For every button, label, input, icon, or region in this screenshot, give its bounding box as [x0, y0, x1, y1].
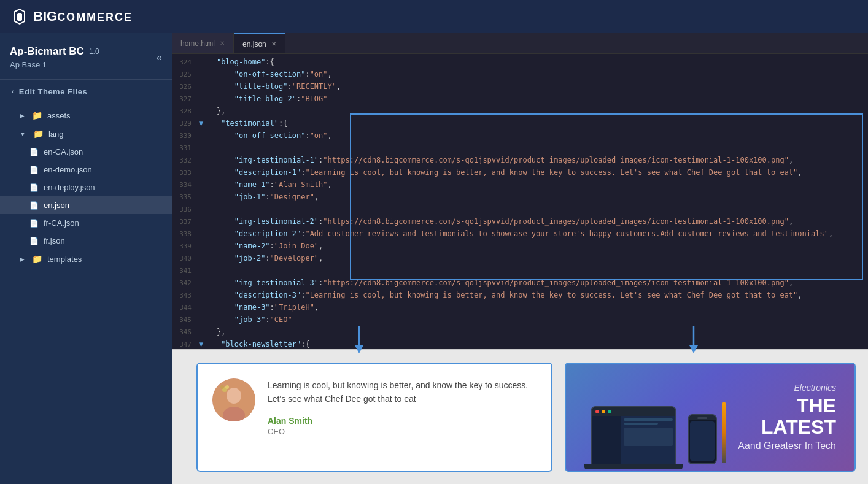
app-subtitle: Ap Base 1 — [10, 60, 99, 69]
code-line-333: 333 "description-1":"Learning is cool, b… — [172, 167, 868, 179]
section-label: Edit Theme Files — [19, 87, 87, 96]
device-illustration — [584, 365, 726, 469]
testimonial-card: Learning is cool, but knowing is better,… — [196, 363, 552, 472]
code-line-335: 335 "job-1":"Designer", — [172, 191, 868, 204]
en-json-label: en.json — [44, 201, 69, 210]
code-editor[interactable]: 324 "blog-home":{ 325 "on-off-section":"… — [172, 54, 868, 349]
banner-preview: Electronics THE LATEST Aand Greatesr In … — [565, 363, 856, 472]
app-title: Ap-Bicmart BC 1.0 — [10, 45, 99, 58]
main-layout: Ap-Bicmart BC 1.0 Ap Base 1 « ‹ Edit The… — [0, 33, 868, 484]
editor-column: home.html ✕ en.json ✕ 324 — [172, 33, 868, 484]
file-icon: 📄 — [29, 148, 39, 156]
sidebar-item-en-deploy[interactable]: 📄 en-deploy.json — [0, 179, 172, 196]
sidebar-header: Ap-Bicmart BC 1.0 Ap Base 1 « — [0, 33, 172, 80]
en-demo-label: en-demo.json — [44, 165, 92, 174]
code-line-334: 334 "name-1":"Alan Smith", — [172, 179, 868, 191]
tab-home-html[interactable]: home.html ✕ — [172, 33, 234, 53]
folder-icon: 📁 — [32, 254, 42, 264]
logo: BIGCOMMERCE — [10, 7, 133, 26]
code-line-328: 328 }, — [172, 106, 868, 118]
code-line-340: 340 "job-2":"Developer", — [172, 253, 868, 265]
folder-icon: 📁 — [32, 110, 42, 120]
code-line-336: 336 — [172, 204, 868, 216]
svg-marker-1 — [17, 13, 22, 21]
tab-bar: home.html ✕ en.json ✕ — [172, 33, 868, 54]
editor-area: home.html ✕ en.json ✕ 324 — [172, 33, 868, 349]
close-icon[interactable]: ✕ — [220, 40, 225, 47]
banner-title-line1: THE LATEST — [726, 395, 836, 438]
code-line-345: 345 "job-3":"CEO" — [172, 314, 868, 326]
app-title-text: Ap-Bicmart BC — [10, 45, 84, 58]
collapse-button[interactable]: « — [157, 52, 162, 63]
close-icon[interactable]: ✕ — [271, 40, 276, 47]
code-line-347: 347 ▼ "block-newsletter":{ — [172, 339, 868, 349]
file-tree: ▶ 📁 assets ▼ 📁 lang 📄 en-CA.json 📄 en-de… — [0, 104, 172, 271]
svg-marker-5 — [689, 345, 698, 353]
expand-arrow-icon: ▶ — [20, 256, 25, 263]
banner-subtitle: Electronics — [726, 383, 836, 393]
code-line-327: 327 "title-blog-2":"BLOG" — [172, 93, 868, 106]
edit-theme-files-section[interactable]: ‹ Edit Theme Files — [0, 80, 172, 104]
sidebar-item-en-json[interactable]: 📄 en.json — [0, 196, 172, 214]
tab-label: home.html — [180, 39, 215, 48]
laptop-shape — [584, 406, 683, 469]
bigcommerce-logo-icon — [10, 7, 29, 26]
sidebar-item-lang[interactable]: ▼ 📁 lang — [0, 125, 172, 143]
phone-shape — [688, 414, 717, 464]
sidebar-item-fr-ca[interactable]: 📄 fr-CA.json — [0, 214, 172, 232]
templates-label: templates — [47, 255, 82, 264]
file-icon: 📄 — [29, 183, 39, 192]
banner-text: Electronics THE LATEST Aand Greatesr In … — [726, 383, 836, 451]
sidebar-item-en-demo[interactable]: 📄 en-demo.json — [0, 161, 172, 179]
svg-marker-3 — [355, 345, 363, 353]
tab-label: en.json — [242, 40, 266, 48]
file-icon: 📄 — [29, 237, 39, 245]
fr-json-label: fr.json — [44, 236, 65, 245]
svg-point-11 — [220, 385, 224, 389]
code-line-342: 342 "img-testimonial-3":"https://cdn8.bi… — [172, 277, 868, 290]
expand-arrow-icon: ▼ — [20, 131, 26, 137]
testimonial-content: Learning is cool, but knowing is better,… — [268, 378, 537, 436]
testimonial-name: Alan Smith — [268, 416, 537, 426]
banner-tagline: Aand Greatesr In Tech — [726, 440, 836, 451]
chevron-icon: ‹ — [12, 88, 14, 95]
code-content: 324 "blog-home":{ 325 "on-off-section":"… — [172, 54, 868, 349]
code-line-330: 330 "on-off-section":"on", — [172, 130, 868, 142]
code-line-324: 324 "blog-home":{ — [172, 56, 868, 69]
sidebar-item-templates[interactable]: ▶ 📁 templates — [0, 250, 172, 268]
sidebar-item-assets[interactable]: ▶ 📁 assets — [0, 106, 172, 125]
code-line-329: 329 ▼ "testimonial":{ — [172, 118, 868, 130]
code-line-325: 325 "on-off-section":"on", — [172, 69, 868, 81]
arrow-banner — [688, 326, 700, 359]
sidebar-item-fr-json[interactable]: 📄 fr.json — [0, 232, 172, 250]
file-icon: 📄 — [29, 219, 39, 228]
code-line-326: 326 "title-blog":"RECENTLY", — [172, 81, 868, 93]
testimonial-job: CEO — [268, 427, 537, 436]
code-line-339: 339 "name-2":"Join Doe", — [172, 240, 868, 253]
svg-point-10 — [225, 385, 229, 389]
code-line-337: 337 "img-testimonial-2":"https://cdn8.bi… — [172, 216, 868, 228]
file-icon: 📄 — [29, 201, 39, 210]
code-line-346: 346 }, — [172, 326, 868, 339]
svg-point-7 — [227, 388, 241, 404]
sidebar-item-en-ca[interactable]: 📄 en-CA.json — [0, 143, 172, 161]
version-badge: 1.0 — [89, 47, 99, 56]
en-deploy-label: en-deploy.json — [44, 183, 95, 192]
top-bar: BIGCOMMERCE — [0, 0, 868, 33]
code-line-331: 331 — [172, 142, 868, 155]
assets-label: assets — [47, 111, 71, 120]
code-line-338: 338 "description-2":"Add customer review… — [172, 228, 868, 240]
code-line-343: 343 "description-3":"Learning is cool, b… — [172, 290, 868, 302]
code-line-341: 341 — [172, 265, 868, 277]
tab-en-json[interactable]: en.json ✕ — [234, 33, 285, 53]
fr-ca-label: fr-CA.json — [44, 218, 79, 228]
logo-text: BIGCOMMERCE — [33, 9, 133, 25]
arrow-testimonial — [353, 326, 365, 359]
file-icon: 📄 — [29, 166, 39, 174]
sidebar: Ap-Bicmart BC 1.0 Ap Base 1 « ‹ Edit The… — [0, 33, 172, 484]
code-line-332: 332 "img-testimonial-1":"https://cdn8.bi… — [172, 155, 868, 167]
preview-area: Learning is cool, but knowing is better,… — [172, 349, 868, 484]
folder-icon: 📁 — [33, 129, 44, 139]
expand-arrow-icon: ▶ — [20, 112, 25, 119]
code-line-344: 344 "name-3":"TripleH", — [172, 302, 868, 314]
